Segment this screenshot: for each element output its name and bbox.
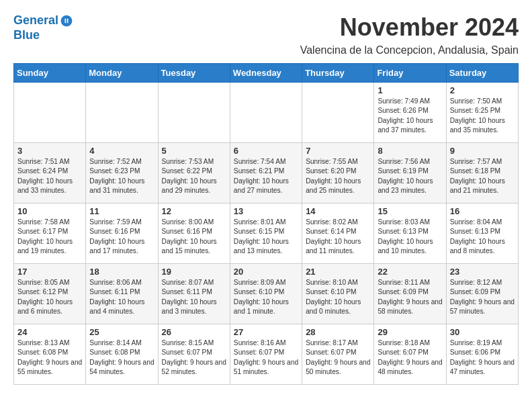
day-number-15: 15 — [378, 206, 442, 216]
cell-w2-d4: 6Sunrise: 7:54 AM Sunset: 6:21 PM Daylig… — [230, 143, 302, 203]
cell-w1-d2 — [86, 83, 158, 143]
header-tuesday: Tuesday — [158, 64, 230, 83]
day-number-11: 11 — [89, 206, 154, 216]
week-row-4: 17Sunrise: 8:05 AM Sunset: 6:12 PM Dayli… — [14, 264, 519, 324]
cell-content-5: Sunrise: 7:53 AM Sunset: 6:22 PM Dayligh… — [162, 157, 226, 195]
day-number-3: 3 — [17, 146, 82, 156]
day-number-22: 22 — [378, 267, 442, 277]
header-wednesday: Wednesday — [230, 64, 302, 83]
day-number-25: 25 — [89, 327, 154, 337]
cell-w5-d2: 25Sunrise: 8:14 AM Sunset: 6:08 PM Dayli… — [86, 324, 158, 385]
cell-content-28: Sunrise: 8:17 AM Sunset: 6:07 PM Dayligh… — [306, 338, 370, 377]
cell-w5-d6: 29Sunrise: 8:18 AM Sunset: 6:07 PM Dayli… — [374, 324, 446, 385]
cell-w1-d5 — [302, 83, 374, 143]
day-number-23: 23 — [450, 267, 515, 277]
cell-content-19: Sunrise: 8:07 AM Sunset: 6:11 PM Dayligh… — [162, 278, 226, 316]
cell-content-13: Sunrise: 8:01 AM Sunset: 6:15 PM Dayligh… — [234, 218, 298, 256]
cell-w5-d3: 26Sunrise: 8:15 AM Sunset: 6:07 PM Dayli… — [158, 324, 230, 385]
day-number-20: 20 — [234, 267, 298, 277]
cell-w4-d5: 21Sunrise: 8:10 AM Sunset: 6:10 PM Dayli… — [302, 264, 374, 324]
header-monday: Monday — [86, 64, 158, 83]
cell-content-4: Sunrise: 7:52 AM Sunset: 6:23 PM Dayligh… — [89, 157, 154, 195]
day-number-14: 14 — [306, 206, 370, 216]
day-number-13: 13 — [234, 206, 298, 216]
day-number-27: 27 — [234, 327, 298, 337]
cell-content-27: Sunrise: 8:16 AM Sunset: 6:07 PM Dayligh… — [234, 338, 298, 377]
day-number-29: 29 — [378, 327, 442, 337]
logo-icon — [60, 14, 73, 28]
day-number-18: 18 — [89, 267, 154, 277]
cell-w3-d6: 15Sunrise: 8:03 AM Sunset: 6:13 PM Dayli… — [374, 203, 446, 264]
day-number-17: 17 — [17, 267, 82, 277]
cell-content-9: Sunrise: 7:57 AM Sunset: 6:18 PM Dayligh… — [450, 157, 515, 195]
cell-w4-d1: 17Sunrise: 8:05 AM Sunset: 6:12 PM Dayli… — [14, 264, 86, 324]
cell-w4-d3: 19Sunrise: 8:07 AM Sunset: 6:11 PM Dayli… — [158, 264, 230, 324]
cell-content-30: Sunrise: 8:19 AM Sunset: 6:06 PM Dayligh… — [450, 338, 515, 377]
cell-w1-d6: 1Sunrise: 7:49 AM Sunset: 6:26 PM Daylig… — [374, 83, 446, 143]
header-thursday: Thursday — [302, 64, 374, 83]
cell-content-29: Sunrise: 8:18 AM Sunset: 6:07 PM Dayligh… — [378, 338, 442, 377]
week-row-1: 1Sunrise: 7:49 AM Sunset: 6:26 PM Daylig… — [14, 83, 519, 143]
calendar-header: Sunday Monday Tuesday Wednesday Thursday… — [14, 64, 519, 83]
day-number-1: 1 — [378, 85, 442, 95]
cell-w1-d1 — [14, 83, 86, 143]
cell-w4-d7: 23Sunrise: 8:12 AM Sunset: 6:09 PM Dayli… — [446, 264, 518, 324]
cell-w4-d6: 22Sunrise: 8:11 AM Sunset: 6:09 PM Dayli… — [374, 264, 446, 324]
day-number-26: 26 — [162, 327, 226, 337]
day-number-9: 9 — [450, 146, 515, 156]
cell-w5-d4: 27Sunrise: 8:16 AM Sunset: 6:07 PM Dayli… — [230, 324, 302, 385]
cell-w4-d2: 18Sunrise: 8:06 AM Sunset: 6:11 PM Dayli… — [86, 264, 158, 324]
calendar-body: 1Sunrise: 7:49 AM Sunset: 6:26 PM Daylig… — [14, 83, 519, 385]
cell-w3-d7: 16Sunrise: 8:04 AM Sunset: 6:13 PM Dayli… — [446, 203, 518, 264]
cell-content-23: Sunrise: 8:12 AM Sunset: 6:09 PM Dayligh… — [450, 278, 515, 316]
day-number-2: 2 — [450, 85, 515, 95]
day-number-6: 6 — [234, 146, 298, 156]
cell-content-1: Sunrise: 7:49 AM Sunset: 6:26 PM Dayligh… — [378, 97, 442, 135]
cell-content-14: Sunrise: 8:02 AM Sunset: 6:14 PM Dayligh… — [306, 218, 370, 256]
week-row-3: 10Sunrise: 7:58 AM Sunset: 6:17 PM Dayli… — [14, 203, 519, 264]
cell-content-22: Sunrise: 8:11 AM Sunset: 6:09 PM Dayligh… — [378, 278, 442, 316]
cell-w3-d2: 11Sunrise: 7:59 AM Sunset: 6:16 PM Dayli… — [86, 203, 158, 264]
logo-general: General — [13, 13, 58, 27]
day-number-28: 28 — [306, 327, 370, 337]
cell-w3-d4: 13Sunrise: 8:01 AM Sunset: 6:15 PM Dayli… — [230, 203, 302, 264]
cell-w2-d2: 4Sunrise: 7:52 AM Sunset: 6:23 PM Daylig… — [86, 143, 158, 203]
cell-content-15: Sunrise: 8:03 AM Sunset: 6:13 PM Dayligh… — [378, 218, 442, 256]
day-number-7: 7 — [306, 146, 370, 156]
cell-content-8: Sunrise: 7:56 AM Sunset: 6:19 PM Dayligh… — [378, 157, 442, 195]
day-number-16: 16 — [450, 206, 515, 216]
day-number-21: 21 — [306, 267, 370, 277]
cell-w3-d5: 14Sunrise: 8:02 AM Sunset: 6:14 PM Dayli… — [302, 203, 374, 264]
day-number-8: 8 — [378, 146, 442, 156]
cell-content-12: Sunrise: 8:00 AM Sunset: 6:16 PM Dayligh… — [162, 218, 226, 256]
cell-content-17: Sunrise: 8:05 AM Sunset: 6:12 PM Dayligh… — [17, 278, 82, 316]
cell-content-24: Sunrise: 8:13 AM Sunset: 6:08 PM Dayligh… — [17, 338, 82, 377]
cell-w3-d1: 10Sunrise: 7:58 AM Sunset: 6:17 PM Dayli… — [14, 203, 86, 264]
header-friday: Friday — [374, 64, 446, 83]
cell-content-26: Sunrise: 8:15 AM Sunset: 6:07 PM Dayligh… — [162, 338, 226, 377]
cell-w4-d4: 20Sunrise: 8:09 AM Sunset: 6:10 PM Dayli… — [230, 264, 302, 324]
cell-w2-d1: 3Sunrise: 7:51 AM Sunset: 6:24 PM Daylig… — [14, 143, 86, 203]
week-row-5: 24Sunrise: 8:13 AM Sunset: 6:08 PM Dayli… — [14, 324, 519, 385]
cell-content-25: Sunrise: 8:14 AM Sunset: 6:08 PM Dayligh… — [89, 338, 154, 377]
calendar-table: Sunday Monday Tuesday Wednesday Thursday… — [13, 63, 519, 385]
cell-w1-d7: 2Sunrise: 7:50 AM Sunset: 6:25 PM Daylig… — [446, 83, 518, 143]
day-number-30: 30 — [450, 327, 515, 337]
cell-w2-d7: 9Sunrise: 7:57 AM Sunset: 6:18 PM Daylig… — [446, 143, 518, 203]
logo-text: General — [13, 13, 58, 28]
cell-w2-d3: 5Sunrise: 7:53 AM Sunset: 6:22 PM Daylig… — [158, 143, 230, 203]
cell-content-3: Sunrise: 7:51 AM Sunset: 6:24 PM Dayligh… — [17, 157, 82, 195]
cell-content-16: Sunrise: 8:04 AM Sunset: 6:13 PM Dayligh… — [450, 218, 515, 256]
cell-w5-d7: 30Sunrise: 8:19 AM Sunset: 6:06 PM Dayli… — [446, 324, 518, 385]
cell-content-10: Sunrise: 7:58 AM Sunset: 6:17 PM Dayligh… — [17, 218, 82, 256]
month-title: November 2024 — [300, 13, 519, 42]
cell-content-6: Sunrise: 7:54 AM Sunset: 6:21 PM Dayligh… — [234, 157, 298, 195]
header-saturday: Saturday — [446, 64, 518, 83]
day-number-19: 19 — [162, 267, 226, 277]
header-row: Sunday Monday Tuesday Wednesday Thursday… — [14, 64, 519, 83]
day-number-10: 10 — [17, 206, 82, 216]
cell-w2-d5: 7Sunrise: 7:55 AM Sunset: 6:20 PM Daylig… — [302, 143, 374, 203]
logo: General Blue — [13, 13, 73, 42]
cell-w3-d3: 12Sunrise: 8:00 AM Sunset: 6:16 PM Dayli… — [158, 203, 230, 264]
day-number-12: 12 — [162, 206, 226, 216]
